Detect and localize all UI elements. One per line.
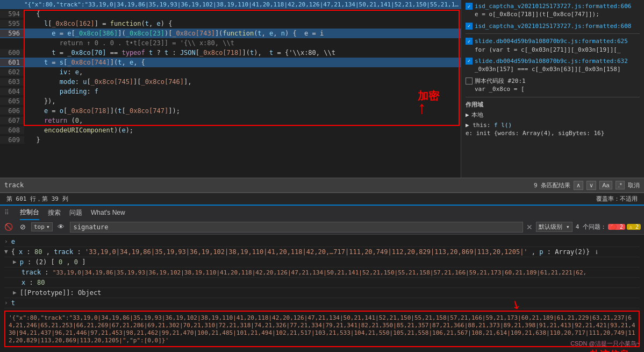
block-btn[interactable]: ⊘ <box>17 222 28 233</box>
status-bar: 第 601 行，第 39 列 覆盖率：不适用 <box>0 193 644 205</box>
search-results: 9 条匹配结果 <box>534 181 570 189</box>
right-panel: ✓ isd_captcha_v20210125173727.js:formatt… <box>461 0 644 178</box>
scope-item-this: ▶ this: f l() <box>466 121 640 129</box>
breakpoint-item-3: ✓ slide.db004d59b9a108070b9c.js:formatte… <box>466 37 640 54</box>
devtools-tabs: ⠿ 控制台 搜索 问题 What's New <box>0 205 644 220</box>
search-regex-btn[interactable]: .* <box>616 181 625 189</box>
tab-issues[interactable]: 问题 <box>69 206 82 220</box>
cursor-position: 第 601 行，第 39 列 <box>6 195 68 203</box>
filter-clear-btn[interactable]: ✕ <box>526 223 533 231</box>
track-value-box: '{"x":80,"track":"33,19,0|34,19,86|35,19… <box>4 311 640 347</box>
code-line-605: 605 }), <box>0 96 461 106</box>
chevron-down-icon: ▾ <box>46 223 50 230</box>
checkbox-3[interactable]: ✓ <box>466 38 473 45</box>
scope-title: 作用域 <box>466 101 640 109</box>
tab-console[interactable]: 控制台 <box>20 206 39 220</box>
code-line-603: 603 mode: u[_0x8co[745]][_0x8co[746]], <box>0 77 461 87</box>
code-line-606: 606 e = o[_0x8co[718]](t[_0x8co[747]]); <box>0 106 461 116</box>
checkbox-4[interactable]: ✓ <box>466 58 473 65</box>
warning-badge: ⚠ 2 <box>627 224 641 230</box>
top-label: top <box>34 223 45 230</box>
console-expand-obj[interactable]: ▼ <box>4 248 8 255</box>
encrypt-annotation: 加密 ↑ <box>418 89 439 112</box>
problems-badge: 4 个问题： 🔴 2 ⚠ 2 <box>576 223 641 231</box>
console-line-t: › t <box>4 298 640 308</box>
tab-search[interactable]: 搜索 <box>48 206 61 220</box>
breakpoint-item-2: ✓ isd_captcha_v20210125173727.js:formatt… <box>466 22 640 30</box>
scope-item-e: e: init {words: Array(4), sigBytes: 16} <box>466 129 640 137</box>
console-expand-t[interactable]: › <box>4 299 8 306</box>
breakpoint-item-1: ✓ isd_captcha_v20210125173727.js:formatt… <box>466 2 640 19</box>
code-line-600: 600 t = _0x8co[70] == typeof t ? t : JSO… <box>0 48 461 58</box>
track-value-container: '{"x":80,"track":"33,19,0|34,19,86|35,19… <box>4 311 640 352</box>
track-annotation: 轨迹信息 <box>4 348 640 352</box>
code-line-602: 602 iv: e, <box>0 67 461 77</box>
search-case-btn[interactable]: Aa <box>599 181 612 189</box>
console-line-e: › e <box>4 237 640 247</box>
console-expand-p[interactable]: ▶ <box>13 258 17 265</box>
console-line-prototype: ▶ [[Prototype]]: Object <box>4 288 640 298</box>
top-section: "{"x":80,"track":"33,19,0|34,19,86|35,19… <box>0 0 644 178</box>
console-line-p: ▶ p : (2) [ 0 , 0 ] <box>4 257 640 267</box>
devtools-drag-handle: ⠿ <box>4 209 9 216</box>
error-badge: 🔴 2 <box>608 224 625 230</box>
code-panel: "{"x":80,"track":"33,19,0|34,19,86|35,19… <box>0 0 461 178</box>
breakpoint-item-4: ✓ slide.db004d59b9a108070b9c.js:formatte… <box>466 57 640 74</box>
console-line-x: x : 80 <box>4 278 640 288</box>
code-line-596: 596 e = e[_0x8co[386]](_0x8co[23])[_0x8c… <box>0 29 461 38</box>
code-line-594: 594 { <box>0 9 461 19</box>
scope-label: 本地 <box>471 111 483 119</box>
chevron-down-icon2: ▾ <box>566 223 570 230</box>
code-line-604: 604 padding: f <box>0 87 461 96</box>
search-prev-btn[interactable]: ∧ <box>574 181 583 190</box>
console-filter-input[interactable] <box>70 222 524 233</box>
divider-2 <box>466 97 640 97</box>
log-level-dropdown[interactable]: 默认级别 ▾ <box>536 222 572 232</box>
coverage-status: 覆盖率：不适用 <box>596 195 638 203</box>
search-input[interactable] <box>4 181 531 189</box>
tab-whatsnew[interactable]: What's New <box>91 207 125 219</box>
code-line-608: 608 encodeURIComponent)(e); <box>0 125 461 135</box>
console-output: › e ▼ { x : 80 , track : '33,19,0|34,19,… <box>0 235 644 352</box>
code-line-blank: return ↑ 0 . 0 . t•t[ce[23]] = '{\\ x:80… <box>0 38 461 48</box>
code-line-609: 609 } <box>0 135 461 145</box>
code-line-607: 607 return (0, <box>0 116 461 125</box>
breakpoint-item-5: 脚本代码段 #20:1 var _0x8co = [ <box>466 77 640 94</box>
console-line-track: track : "33,19,0|34,19,86|35,19,93|36,19… <box>4 267 640 278</box>
console-expand-proto[interactable]: ▶ <box>13 289 17 296</box>
top-context-dropdown[interactable]: top ▾ <box>31 222 53 231</box>
checkbox-2[interactable]: ✓ <box>466 23 473 30</box>
search-next-btn[interactable]: ∨ <box>586 181 596 190</box>
checkbox-5[interactable] <box>466 78 473 85</box>
code-line-595: 595 l[_0x8co[162]] = function(t, e) { <box>0 19 461 29</box>
clear-console-btn[interactable]: 🚫 <box>3 222 14 233</box>
divider-1 <box>466 33 640 34</box>
console-line-object: ▼ { x : 80 , track : '33,19,0|34,19,86|3… <box>4 247 640 257</box>
search-bar: 9 条匹配结果 ∧ ∨ Aa .* 取消 <box>0 178 644 193</box>
watermark: CSDN @洁提一只小菜鸟~ <box>570 340 640 348</box>
checkbox-1[interactable]: ✓ <box>466 3 473 10</box>
track-highlight-bar: "{"x":80,"track":"33,19,0|34,19,86|35,19… <box>0 0 461 9</box>
eye-btn[interactable]: 👁 <box>56 222 67 233</box>
console-expand-e[interactable]: › <box>4 238 8 245</box>
console-toolbar: 🚫 ⊘ top ▾ 👁 ✕ 默认级别 ▾ 4 个问题： 🔴 2 ⚠ 2 <box>0 220 644 235</box>
code-line-601: 601 t = s[_0x8co[744]](t, e, { <box>0 58 461 67</box>
search-cancel-btn[interactable]: 取消 <box>628 181 640 189</box>
